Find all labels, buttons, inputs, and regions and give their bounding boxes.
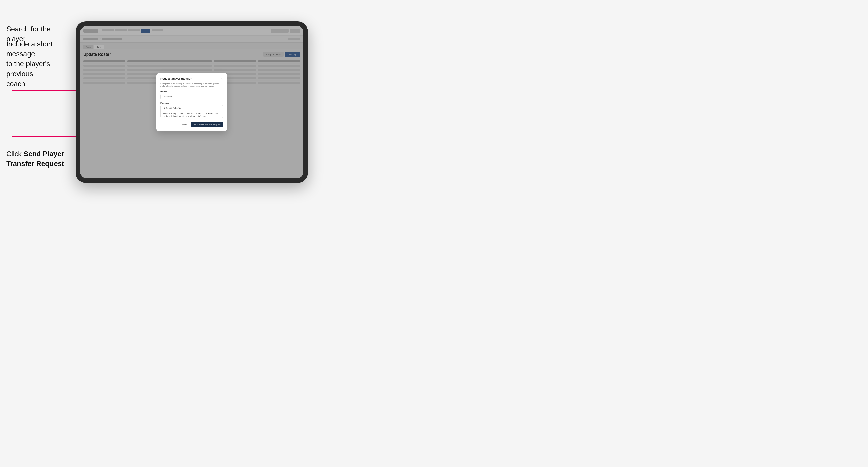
message-textarea[interactable]: Hi Coach McHarg, Please accept this tran… <box>160 105 223 118</box>
annotation-message-text: Include a short messageto the player's p… <box>6 40 53 88</box>
modal-title: Request player transfer <box>160 77 191 80</box>
arrow-line-1-vertical <box>12 90 12 112</box>
send-player-transfer-request-button[interactable]: Send Player Transfer Request <box>191 122 223 127</box>
modal-description: If the player is transferring from anoth… <box>160 82 223 88</box>
annotation-click-text: Click Send PlayerTransfer Request <box>6 150 64 167</box>
cancel-button[interactable]: Cancel <box>179 122 189 127</box>
player-input[interactable] <box>160 94 223 99</box>
player-field-label: Player <box>160 91 223 93</box>
annotation-message: Include a short messageto the player's p… <box>6 39 69 89</box>
message-field-label: Message <box>160 102 223 104</box>
annotation-click: Click Send PlayerTransfer Request <box>6 149 69 168</box>
modal-close-button[interactable]: ✕ <box>220 77 223 80</box>
modal-overlay: Request player transfer ✕ If the player … <box>80 26 303 178</box>
request-player-transfer-modal: Request player transfer ✕ If the player … <box>156 73 227 131</box>
modal-header: Request player transfer ✕ <box>160 77 223 80</box>
tablet-screen: / Roster Invite Update Roster + Request … <box>80 26 303 178</box>
modal-footer: Cancel Send Player Transfer Request <box>160 122 223 127</box>
tablet-frame: / Roster Invite Update Roster + Request … <box>76 22 308 183</box>
